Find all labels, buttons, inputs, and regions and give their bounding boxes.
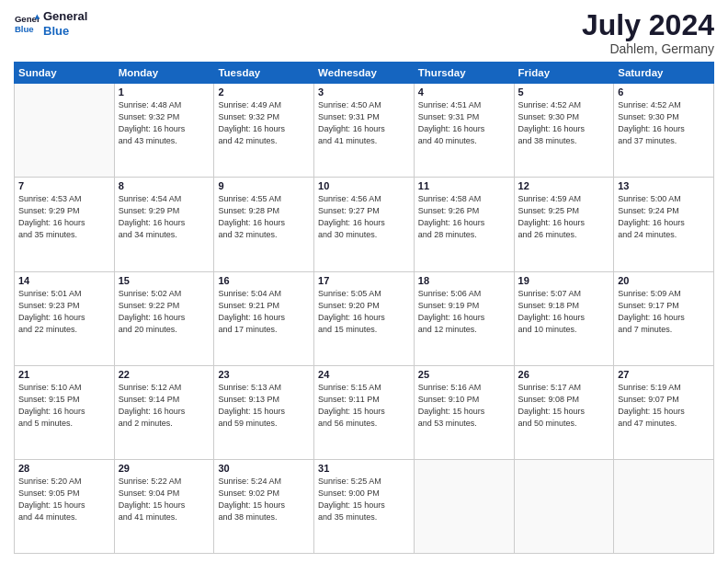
calendar-cell: 18Sunrise: 5:06 AM Sunset: 9:19 PM Dayli… (414, 271, 514, 365)
day-info: Sunrise: 4:49 AM Sunset: 9:32 PM Dayligh… (218, 99, 310, 147)
day-number: 29 (119, 463, 210, 474)
calendar-cell: 10Sunrise: 4:56 AM Sunset: 9:27 PM Dayli… (314, 178, 415, 271)
location: Dahlem, Germany (582, 41, 714, 56)
calendar-cell: 29Sunrise: 5:22 AM Sunset: 9:04 PM Dayli… (114, 459, 214, 553)
day-number: 19 (518, 275, 610, 286)
calendar-cell: 17Sunrise: 5:05 AM Sunset: 9:20 PM Dayli… (314, 271, 415, 365)
day-info: Sunrise: 4:58 AM Sunset: 9:26 PM Dayligh… (418, 193, 510, 241)
day-info: Sunrise: 5:12 AM Sunset: 9:14 PM Dayligh… (119, 382, 210, 430)
calendar-cell: 14Sunrise: 5:01 AM Sunset: 9:23 PM Dayli… (15, 271, 115, 365)
day-info: Sunrise: 5:10 AM Sunset: 9:15 PM Dayligh… (18, 382, 110, 430)
calendar-cell: 4Sunrise: 4:51 AM Sunset: 9:31 PM Daylig… (414, 84, 514, 178)
day-number: 15 (119, 275, 210, 286)
calendar-week-row: 7Sunrise: 4:53 AM Sunset: 9:29 PM Daylig… (15, 178, 714, 271)
day-info: Sunrise: 4:55 AM Sunset: 9:28 PM Dayligh… (218, 193, 310, 241)
weekday-header-sunday: Sunday (15, 63, 115, 84)
day-info: Sunrise: 5:24 AM Sunset: 9:02 PM Dayligh… (218, 476, 310, 523)
calendar-cell: 7Sunrise: 4:53 AM Sunset: 9:29 PM Daylig… (15, 178, 115, 271)
day-number: 10 (318, 180, 410, 191)
day-number: 12 (518, 180, 610, 191)
day-info: Sunrise: 4:52 AM Sunset: 9:30 PM Dayligh… (618, 99, 710, 147)
weekday-header-saturday: Saturday (614, 63, 714, 84)
weekday-header-wednesday: Wednesday (314, 63, 415, 84)
calendar-cell: 13Sunrise: 5:00 AM Sunset: 9:24 PM Dayli… (614, 178, 714, 271)
calendar-week-row: 14Sunrise: 5:01 AM Sunset: 9:23 PM Dayli… (15, 271, 714, 365)
day-number: 17 (318, 275, 410, 286)
day-info: Sunrise: 4:51 AM Sunset: 9:31 PM Dayligh… (418, 99, 510, 147)
day-info: Sunrise: 4:48 AM Sunset: 9:32 PM Dayligh… (119, 99, 210, 147)
day-number: 7 (18, 180, 110, 191)
day-info: Sunrise: 5:19 AM Sunset: 9:07 PM Dayligh… (618, 382, 710, 430)
calendar-cell: 1Sunrise: 4:48 AM Sunset: 9:32 PM Daylig… (114, 84, 214, 178)
logo-blue: Blue (43, 24, 87, 39)
day-info: Sunrise: 4:59 AM Sunset: 9:25 PM Dayligh… (518, 193, 610, 241)
month-year: July 2024 (582, 9, 714, 41)
day-info: Sunrise: 5:13 AM Sunset: 9:13 PM Dayligh… (218, 382, 310, 430)
day-number: 5 (518, 86, 610, 98)
calendar-cell: 19Sunrise: 5:07 AM Sunset: 9:18 PM Dayli… (514, 271, 614, 365)
weekday-header-tuesday: Tuesday (214, 63, 314, 84)
weekday-header-friday: Friday (514, 63, 614, 84)
weekday-header-thursday: Thursday (414, 63, 514, 84)
day-number: 1 (119, 86, 210, 98)
calendar-cell: 11Sunrise: 4:58 AM Sunset: 9:26 PM Dayli… (414, 178, 514, 271)
calendar: SundayMondayTuesdayWednesdayThursdayFrid… (14, 62, 714, 554)
day-number: 21 (18, 369, 110, 380)
day-info: Sunrise: 5:07 AM Sunset: 9:18 PM Dayligh… (518, 288, 610, 336)
logo-general: General (43, 9, 87, 24)
calendar-cell: 26Sunrise: 5:17 AM Sunset: 9:08 PM Dayli… (514, 365, 614, 459)
calendar-cell (414, 459, 514, 553)
day-number: 4 (418, 86, 510, 98)
calendar-cell: 30Sunrise: 5:24 AM Sunset: 9:02 PM Dayli… (214, 459, 314, 553)
day-info: Sunrise: 5:25 AM Sunset: 9:00 PM Dayligh… (318, 476, 410, 523)
day-number: 11 (418, 180, 510, 191)
calendar-cell: 28Sunrise: 5:20 AM Sunset: 9:05 PM Dayli… (15, 459, 115, 553)
day-number: 27 (618, 369, 710, 380)
day-number: 23 (218, 369, 310, 380)
day-number: 30 (218, 463, 310, 474)
svg-text:Blue: Blue (15, 23, 34, 33)
calendar-cell: 22Sunrise: 5:12 AM Sunset: 9:14 PM Dayli… (114, 365, 214, 459)
calendar-cell: 20Sunrise: 5:09 AM Sunset: 9:17 PM Dayli… (614, 271, 714, 365)
calendar-cell: 24Sunrise: 5:15 AM Sunset: 9:11 PM Dayli… (314, 365, 415, 459)
day-number: 26 (518, 369, 610, 380)
page: General Blue General Blue July 2024 Dahl… (0, 0, 728, 563)
day-info: Sunrise: 4:52 AM Sunset: 9:30 PM Dayligh… (518, 99, 610, 147)
day-info: Sunrise: 4:50 AM Sunset: 9:31 PM Dayligh… (318, 99, 410, 147)
day-info: Sunrise: 4:53 AM Sunset: 9:29 PM Dayligh… (18, 193, 110, 241)
day-number: 6 (618, 86, 710, 98)
day-number: 24 (318, 369, 410, 380)
day-number: 28 (18, 463, 110, 474)
calendar-cell (514, 459, 614, 553)
weekday-header-row: SundayMondayTuesdayWednesdayThursdayFrid… (15, 63, 714, 84)
day-info: Sunrise: 5:16 AM Sunset: 9:10 PM Dayligh… (418, 382, 510, 430)
day-info: Sunrise: 5:20 AM Sunset: 9:05 PM Dayligh… (18, 476, 110, 523)
calendar-week-row: 21Sunrise: 5:10 AM Sunset: 9:15 PM Dayli… (15, 365, 714, 459)
day-number: 25 (418, 369, 510, 380)
calendar-week-row: 1Sunrise: 4:48 AM Sunset: 9:32 PM Daylig… (15, 84, 714, 178)
header: General Blue General Blue July 2024 Dahl… (14, 9, 714, 56)
day-info: Sunrise: 5:00 AM Sunset: 9:24 PM Dayligh… (618, 193, 710, 241)
day-number: 18 (418, 275, 510, 286)
day-number: 20 (618, 275, 710, 286)
calendar-cell: 16Sunrise: 5:04 AM Sunset: 9:21 PM Dayli… (214, 271, 314, 365)
day-info: Sunrise: 4:56 AM Sunset: 9:27 PM Dayligh… (318, 193, 410, 241)
calendar-cell: 31Sunrise: 5:25 AM Sunset: 9:00 PM Dayli… (314, 459, 415, 553)
day-info: Sunrise: 5:15 AM Sunset: 9:11 PM Dayligh… (318, 382, 410, 430)
day-number: 8 (119, 180, 210, 191)
day-number: 14 (18, 275, 110, 286)
calendar-cell: 15Sunrise: 5:02 AM Sunset: 9:22 PM Dayli… (114, 271, 214, 365)
day-info: Sunrise: 5:17 AM Sunset: 9:08 PM Dayligh… (518, 382, 610, 430)
calendar-cell: 5Sunrise: 4:52 AM Sunset: 9:30 PM Daylig… (514, 84, 614, 178)
logo: General Blue General Blue (14, 9, 87, 38)
day-number: 2 (218, 86, 310, 98)
calendar-week-row: 28Sunrise: 5:20 AM Sunset: 9:05 PM Dayli… (15, 459, 714, 553)
calendar-cell: 12Sunrise: 4:59 AM Sunset: 9:25 PM Dayli… (514, 178, 614, 271)
day-number: 9 (218, 180, 310, 191)
calendar-cell: 6Sunrise: 4:52 AM Sunset: 9:30 PM Daylig… (614, 84, 714, 178)
day-number: 16 (218, 275, 310, 286)
day-info: Sunrise: 5:22 AM Sunset: 9:04 PM Dayligh… (119, 476, 210, 523)
title-block: July 2024 Dahlem, Germany (582, 9, 714, 56)
logo-icon: General Blue (14, 11, 40, 37)
day-info: Sunrise: 5:09 AM Sunset: 9:17 PM Dayligh… (618, 288, 710, 336)
